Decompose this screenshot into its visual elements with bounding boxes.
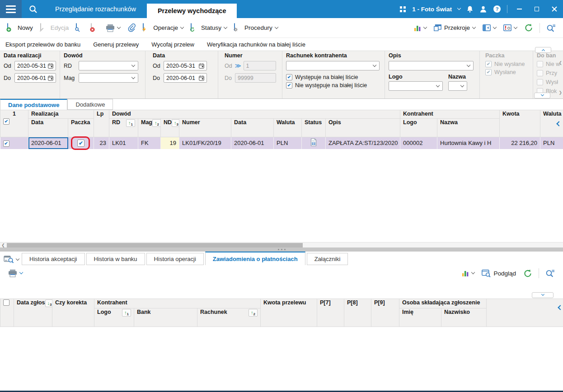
refresh-button[interactable] (521, 21, 537, 35)
help-icon[interactable]: ? (493, 5, 501, 13)
procedures-button[interactable]: Procedury (230, 21, 282, 35)
sort-asc-icon[interactable]: ↑1 (126, 119, 135, 127)
statuses-button[interactable]: Statusy (187, 21, 230, 35)
filter-scroll-left-icon[interactable]: ❮ (558, 61, 562, 65)
print-button[interactable] (102, 21, 124, 35)
global-search-button[interactable] (22, 0, 44, 18)
user-icon[interactable] (479, 5, 487, 13)
cell-nazwa[interactable]: Hurtownia Kawy i H (437, 137, 500, 149)
col-p9[interactable]: P[9] (371, 299, 399, 327)
col-nd[interactable]: ND↑3 (161, 119, 179, 137)
table-row[interactable]: 2020-06-01 23 LK01 FK 19 LK01/FK/20/19 2… (0, 137, 563, 149)
cell-status[interactable] (302, 137, 326, 149)
tab-zawiadomienia-o-platnosciach[interactable]: Zawiadomienia o płatnościach (205, 252, 305, 265)
tab-historia-akceptacji[interactable]: Historia akceptacji (22, 253, 85, 265)
data-do-input[interactable]: 2020-06-01 (164, 73, 207, 83)
apps-grid-icon[interactable] (399, 6, 406, 13)
col-data-realizacji[interactable]: Data (28, 119, 68, 137)
sections-button[interactable]: Przekroje (430, 21, 479, 35)
tab-zalaczniki[interactable]: Załączniki (307, 253, 348, 265)
col-imie[interactable]: Imię (399, 308, 441, 327)
row-select-cell[interactable] (0, 137, 28, 149)
calendar-icon[interactable] (199, 63, 204, 69)
col-kwota-przelewu[interactable]: Kwota przelewu (261, 299, 317, 327)
tab-historia-operacji[interactable]: Historia operacji (146, 253, 204, 265)
numer-do-input[interactable]: 99999 (235, 73, 276, 83)
col-nazwa[interactable]: Nazwa (437, 119, 500, 137)
edit-button[interactable]: Edycja (37, 21, 73, 35)
cell-data[interactable]: 2020-06-01 (231, 137, 274, 149)
bottom-advanced-search-button[interactable] (542, 266, 558, 280)
calendar-icon[interactable] (48, 63, 53, 69)
cell-waluta-2[interactable]: PLN (540, 137, 563, 149)
filter-scroll-right-icon[interactable]: ❯ (558, 91, 562, 95)
col-czy-korekta[interactable]: Czy korekta (52, 299, 94, 327)
grid-scroll-left-indicator[interactable] (557, 122, 561, 126)
data-od-input[interactable]: 2020-05-31 (164, 61, 207, 70)
dock-panel-button[interactable] (479, 21, 500, 35)
sort-asc-icon[interactable]: ↑3 (172, 119, 179, 127)
bottom-chart-view-button[interactable] (458, 266, 478, 280)
logo-combo[interactable] (389, 81, 443, 91)
link-generuj-przelewy[interactable]: Generuj przelewy (93, 41, 139, 48)
expand-filters-button[interactable] (534, 93, 550, 98)
cell-opis[interactable]: ZAPŁATA ZA:ST/123/2020 (326, 137, 400, 149)
rachunek-kontrahenta-combo[interactable] (286, 61, 380, 70)
col-bank[interactable]: Bank (134, 308, 197, 327)
row-checkbox[interactable] (3, 140, 9, 147)
new-button[interactable]: Nowy (4, 21, 37, 35)
col-nazwisko[interactable]: Nazwisko (441, 308, 487, 327)
col-logo[interactable]: Logo (400, 119, 437, 137)
nazwa-combo[interactable] (448, 81, 467, 91)
select-all-checkbox[interactable] (3, 118, 9, 125)
col-mag[interactable]: Mag↑2 (138, 119, 161, 137)
hamburger-menu-button[interactable] (0, 0, 22, 18)
cell-kwota[interactable]: 22 216,20 (500, 137, 540, 149)
bottom-panel-search-button[interactable] (2, 255, 22, 265)
bottom-select-all-header[interactable] (0, 299, 14, 327)
col-rd[interactable]: RD↑1 (109, 119, 138, 137)
paczka-checkbox[interactable] (77, 140, 84, 147)
data-realizacji-do-input[interactable]: 2020-06-01 (14, 73, 56, 83)
opis-combo[interactable] (389, 61, 474, 70)
bell-icon[interactable] (466, 5, 474, 13)
do-banku-checkbox-1[interactable] (537, 61, 543, 67)
link-weryfikacja-rachunkow[interactable]: Weryfikacja rachunków na białej liście (207, 41, 305, 48)
collapse-filters-button[interactable] (535, 47, 551, 53)
nie-wystepuje-na-bialej-liscie-checkbox[interactable] (286, 82, 292, 89)
panel-splitter[interactable] (0, 247, 563, 252)
sort-asc-icon[interactable]: ↑1 (122, 309, 131, 317)
chart-view-button[interactable] (410, 21, 430, 35)
dowod-mag-combo[interactable] (79, 73, 138, 83)
col-data-zglos[interactable]: Data zgłos↓3 (14, 299, 52, 327)
calendar-icon[interactable] (48, 75, 53, 81)
link-wycofaj-przelew[interactable]: Wycofaj przelew (151, 41, 194, 48)
collapse-bottom-grid-button[interactable] (532, 292, 554, 298)
col-p8[interactable]: P[8] (344, 299, 371, 327)
wystepuje-na-bialej-liscie-checkbox[interactable] (286, 74, 292, 80)
col-waluta[interactable]: Waluta (274, 119, 302, 137)
cell-mag[interactable]: FK (138, 137, 161, 149)
bottom-select-all-checkbox[interactable] (3, 299, 9, 306)
numer-od-input[interactable]: 1 (244, 61, 276, 70)
company-chevron-down-icon[interactable] (457, 6, 461, 10)
calendar-icon[interactable] (199, 75, 204, 81)
sort-desc-icon[interactable]: ↓3 (45, 299, 52, 307)
preview-button[interactable]: Podgląd (478, 266, 520, 280)
bottom-grid-scroll-left-indicator[interactable] (558, 306, 562, 309)
maximize-button[interactable] (531, 3, 543, 15)
print-chevron-down-icon[interactable] (117, 25, 121, 28)
col-opis[interactable]: Opis (326, 119, 400, 137)
scrollbar-left-arrow[interactable]: ❮ (0, 243, 6, 247)
window-tab-przelewy[interactable]: Przelewy wychodzące (147, 4, 237, 18)
col-rachunek[interactable]: Rachunek↑2 (197, 308, 261, 327)
cell-numer[interactable]: LK01/FK/20/19 (179, 137, 231, 149)
col-logo-bottom[interactable]: Logo↑1 (94, 308, 134, 327)
col-data[interactable]: Data (231, 119, 274, 137)
operations-button[interactable]: Operacje (139, 21, 187, 35)
window-tab-rozrachunki[interactable]: Przeglądanie rozrachunków (44, 0, 147, 18)
do-banku-checkbox-3[interactable] (537, 79, 543, 85)
horizontal-scrollbar[interactable]: ❮ (0, 242, 563, 247)
sort-asc-icon[interactable]: ↑2 (152, 119, 161, 127)
tab-dodatkowe[interactable]: Dodatkowe (67, 99, 113, 110)
